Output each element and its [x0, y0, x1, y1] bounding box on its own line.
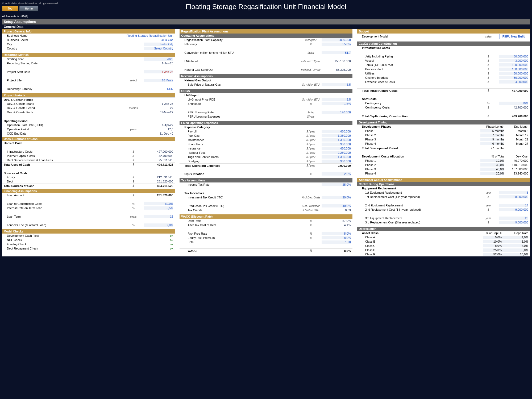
p1-v1[interactable]: 5 months: [480, 129, 504, 132]
ngo2-label: Natural Gas Output: [184, 79, 351, 82]
home-button[interactable]: Home: [19, 6, 38, 11]
db-v1[interactable]: 10,0%: [483, 240, 502, 243]
fg-label: Fuel Gas: [188, 134, 300, 137]
erp-label: Equity Risk Premium: [188, 236, 300, 239]
rc-value[interactable]: USD: [144, 87, 173, 90]
c2-value[interactable]: 9.000.000: [499, 208, 528, 211]
mnt-value[interactable]: 1.350.000: [322, 138, 351, 142]
hdr-dep: Depreciation: [357, 227, 530, 231]
ins-value[interactable]: 450.000: [322, 147, 351, 150]
jip-value[interactable]: 80.000.000: [499, 55, 528, 58]
beta-value[interactable]: 1,20: [322, 240, 351, 244]
dcper-label: Dev. & Constr. Period: [7, 106, 123, 110]
hf-value[interactable]: 2.250.000: [322, 151, 351, 154]
sp-value[interactable]: 8,5: [322, 83, 351, 86]
a2-v1[interactable]: 30,0%: [480, 163, 504, 167]
spp-value[interactable]: 900.000: [322, 143, 351, 146]
ptc-unit: % of Production: [300, 205, 322, 207]
dce-value: 31-Mar-27: [144, 111, 173, 114]
rpc-label: Regasification Plant Capacity: [184, 38, 300, 41]
utl-value[interactable]: 60.000.000: [499, 72, 528, 75]
dd-v1[interactable]: 25,0%: [483, 248, 502, 252]
olc-value[interactable]: 54.000.000: [499, 80, 528, 84]
db-v2[interactable]: 5,0%: [502, 240, 528, 243]
sy-value[interactable]: 2025: [144, 57, 173, 61]
eff-value[interactable]: 55,0%: [322, 43, 351, 46]
e1-value[interactable]: 8: [499, 191, 528, 194]
eff-unit: %: [300, 43, 322, 46]
e2-value[interactable]: 14: [499, 204, 528, 207]
tsb-value[interactable]: 1.350.000: [322, 155, 351, 159]
flr-unit: $/day: [300, 111, 322, 114]
ir-value[interactable]: 5,5%: [144, 206, 173, 210]
hdr-wacc: WACC (Discount Rate): [180, 214, 352, 219]
itr-value[interactable]: 25,0%: [322, 183, 351, 186]
cc-label: Contingency Costs: [365, 106, 478, 109]
da-v2[interactable]: 4,0%: [502, 236, 528, 239]
top-button[interactable]: Top: [2, 6, 18, 11]
p2-v1[interactable]: 7 months: [480, 134, 504, 137]
col-3: Budget Development ModelselectFSRU New B…: [357, 29, 530, 256]
a4-v1[interactable]: 20,0%: [480, 172, 504, 175]
psd-value[interactable]: 1-Jan-25: [144, 70, 173, 73]
dc-v2[interactable]: 6,0%: [502, 244, 528, 247]
e1-unit: year: [478, 191, 499, 194]
a2-label: Phase 2: [365, 163, 480, 167]
p3-v1[interactable]: 9 months: [480, 138, 504, 141]
hf-unit: $ / year: [300, 151, 322, 154]
c3-value[interactable]: 9.000.000: [499, 221, 528, 224]
de-v1[interactable]: 52,0%: [483, 253, 502, 256]
da-v1[interactable]: 5,0%: [483, 236, 502, 239]
pay-value[interactable]: 450.000: [322, 130, 351, 133]
shr-value[interactable]: 1,5%: [322, 102, 351, 105]
c1-value[interactable]: 8.000.000: [499, 195, 528, 198]
de-v2[interactable]: 10,0%: [502, 253, 528, 256]
rpc-value[interactable]: 3.000.000: [322, 38, 351, 41]
dc-v1[interactable]: 8,0%: [483, 244, 502, 247]
ptc-value[interactable]: 40,0%: [322, 204, 351, 207]
shr-label: Shrinkage: [188, 102, 300, 105]
oi2-value[interactable]: 30.000.000: [499, 76, 528, 79]
a3-v1[interactable]: 40,0%: [480, 168, 504, 171]
itc-value[interactable]: 20,0%: [322, 196, 351, 199]
city-value[interactable]: Enter City: [144, 43, 173, 46]
bn-label: Business Name: [7, 34, 115, 37]
p4-label: Phase 4: [365, 142, 480, 145]
rfr-value[interactable]: 5,0%: [322, 232, 351, 235]
fc-value: ok: [144, 243, 173, 246]
lngp-value[interactable]: 3,5: [322, 98, 351, 101]
oi-value[interactable]: 2,5%: [322, 172, 351, 176]
p3-label: Phase 3: [365, 138, 480, 141]
tuc-value: 494.711.525: [144, 163, 173, 166]
ves-value[interactable]: 3.000.000: [499, 59, 528, 62]
cont-value[interactable]: 10%: [499, 102, 528, 105]
dd-v2[interactable]: 8,0%: [502, 248, 528, 252]
spp-unit: $ / year: [300, 143, 322, 146]
tnk-value[interactable]: 100.000.000: [499, 63, 528, 66]
lcc-label: Loan to Construction Costs: [7, 202, 123, 205]
lt-value[interactable]: 15: [144, 215, 173, 218]
country-label: Country: [7, 47, 144, 50]
a1-v1[interactable]: 10,0%: [480, 159, 504, 162]
p4-v1[interactable]: 6 months: [480, 142, 504, 145]
tic-label: Total Infrastructure Costs: [362, 89, 478, 92]
e3-value[interactable]: 20: [499, 217, 528, 220]
fg-value[interactable]: 1.350.000: [322, 134, 351, 137]
conv-value[interactable]: 51,7: [322, 51, 351, 54]
sp-unit: $ / million BTU: [300, 83, 322, 86]
debt-unit: $: [123, 180, 144, 183]
dm-value[interactable]: FSRU New Build: [500, 34, 528, 39]
bn-value[interactable]: Floating Storage Regasification Unit: [115, 34, 173, 37]
dc-label: Class C: [365, 244, 483, 247]
hdr-aca: Additional CapEx Assumptions: [357, 178, 530, 182]
lcc-value[interactable]: 60,0%: [144, 202, 173, 205]
flr-value[interactable]: 140.000: [322, 111, 351, 114]
country-value[interactable]: Select Country: [144, 47, 173, 50]
ppl-value[interactable]: 100.000.000: [499, 68, 528, 71]
bs-value[interactable]: Oil & Gas: [144, 38, 173, 41]
pl-value[interactable]: 16 Years: [144, 79, 173, 82]
erp-value[interactable]: 8,0%: [322, 236, 351, 239]
drg-value[interactable]: 900.000: [322, 160, 351, 163]
cc-value: 42.700.000: [499, 106, 528, 109]
lf-value[interactable]: 2,0%: [144, 223, 173, 227]
